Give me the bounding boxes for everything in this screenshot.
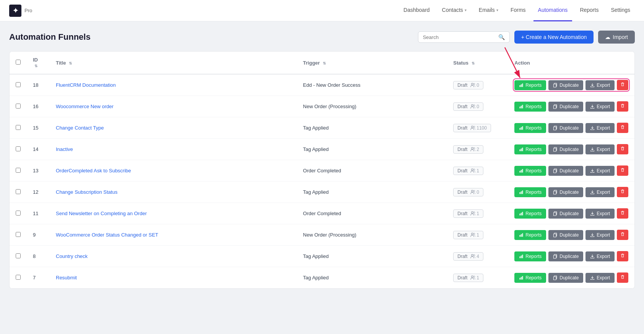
reports-button[interactable]: Reports: [514, 273, 546, 283]
row-checkbox[interactable]: [16, 232, 21, 237]
row-checkbox-cell[interactable]: [10, 96, 27, 117]
status-badge: Draft 0: [453, 102, 483, 111]
export-button[interactable]: Export: [585, 123, 615, 133]
select-all-checkbox[interactable]: [16, 60, 21, 65]
duplicate-button[interactable]: Duplicate: [548, 187, 583, 197]
duplicate-button[interactable]: Duplicate: [548, 144, 583, 154]
nav-item-emails[interactable]: Emails ▾: [474, 0, 503, 21]
export-button[interactable]: Export: [585, 251, 615, 261]
action-buttons-group: Reports Duplicate Export: [514, 208, 628, 219]
nav-item-automations[interactable]: Automations: [533, 0, 572, 21]
delete-button[interactable]: [617, 208, 628, 219]
row-checkbox[interactable]: [16, 253, 21, 258]
reports-button[interactable]: Reports: [514, 230, 546, 240]
select-all-header[interactable]: [10, 52, 27, 74]
nav-item-settings[interactable]: Settings: [606, 0, 635, 21]
reports-icon: [519, 233, 524, 237]
delete-button[interactable]: [617, 80, 628, 90]
automation-link[interactable]: Country check: [56, 253, 88, 259]
nav-item-dashboard[interactable]: Dashboard: [399, 0, 434, 21]
reports-button[interactable]: Reports: [514, 80, 546, 90]
status-column-header[interactable]: Status ⇅: [447, 52, 508, 74]
delete-button[interactable]: [617, 272, 628, 283]
automation-link[interactable]: Send Newsletter on Completing an Order: [56, 211, 147, 216]
automation-link[interactable]: Resubmit: [56, 275, 77, 280]
duplicate-button[interactable]: Duplicate: [548, 209, 583, 219]
reports-button[interactable]: Reports: [514, 209, 546, 219]
row-status: Draft 0: [447, 96, 508, 117]
reports-button[interactable]: Reports: [514, 251, 546, 261]
delete-button[interactable]: [617, 230, 628, 240]
duplicate-icon: [553, 169, 558, 173]
export-button[interactable]: Export: [585, 102, 615, 112]
export-button[interactable]: Export: [585, 144, 615, 154]
row-checkbox-cell[interactable]: [10, 182, 27, 203]
row-checkbox[interactable]: [16, 275, 21, 280]
row-checkbox[interactable]: [16, 104, 21, 109]
reports-button[interactable]: Reports: [514, 144, 546, 154]
row-checkbox[interactable]: [16, 82, 21, 87]
trigger-column-header[interactable]: Trigger ⇅: [297, 52, 447, 74]
row-checkbox[interactable]: [16, 189, 21, 194]
export-button[interactable]: Export: [585, 230, 615, 240]
export-button[interactable]: Export: [585, 187, 615, 197]
row-status: Draft 1: [447, 224, 508, 246]
row-checkbox[interactable]: [16, 168, 21, 173]
delete-button[interactable]: [617, 123, 628, 133]
row-checkbox-cell[interactable]: [10, 203, 27, 224]
reports-button[interactable]: Reports: [514, 187, 546, 197]
status-badge: Draft 0: [453, 81, 483, 89]
row-checkbox-cell[interactable]: [10, 267, 27, 289]
export-button[interactable]: Export: [585, 80, 615, 90]
row-checkbox[interactable]: [16, 125, 21, 130]
automation-link[interactable]: FluentCRM Documentation: [56, 82, 116, 88]
id-column-header[interactable]: ID ⇅: [27, 52, 50, 74]
nav-item-contacts[interactable]: Contacts ▾: [437, 0, 471, 21]
export-button[interactable]: Export: [585, 273, 615, 283]
svg-point-52: [473, 233, 475, 235]
search-box[interactable]: 🔍: [418, 31, 510, 43]
row-checkbox[interactable]: [16, 146, 21, 151]
row-checkbox-cell[interactable]: [10, 139, 27, 160]
delete-button[interactable]: [617, 165, 628, 176]
row-title: Change Subscription Status: [50, 182, 297, 203]
automation-link[interactable]: Change Subscription Status: [56, 189, 117, 195]
create-automation-button[interactable]: + Create a New Automation: [514, 31, 594, 44]
automation-link[interactable]: WooCommerce Order Status Changed or SET: [56, 232, 158, 238]
nav-item-reports[interactable]: Reports: [575, 0, 603, 21]
nav-item-forms[interactable]: Forms: [506, 0, 530, 21]
export-button[interactable]: Export: [585, 166, 615, 176]
automation-link[interactable]: OrderCompleted Ask to Subscribe: [56, 168, 131, 173]
search-input[interactable]: [423, 34, 495, 40]
duplicate-button[interactable]: Duplicate: [548, 230, 583, 240]
export-icon: [590, 254, 595, 259]
reports-button[interactable]: Reports: [514, 102, 546, 112]
duplicate-button[interactable]: Duplicate: [548, 251, 583, 261]
duplicate-button[interactable]: Duplicate: [548, 102, 583, 112]
import-button[interactable]: ☁ Import: [598, 31, 635, 44]
title-column-header[interactable]: Title ⇅: [50, 52, 297, 74]
reports-icon: [519, 276, 524, 280]
delete-button[interactable]: [617, 144, 628, 154]
automation-link[interactable]: Inactive: [56, 146, 73, 152]
row-title: Resubmit: [50, 267, 297, 289]
delete-button[interactable]: [617, 187, 628, 197]
duplicate-button[interactable]: Duplicate: [548, 166, 583, 176]
row-checkbox[interactable]: [16, 211, 21, 216]
automation-link[interactable]: Change Contact Type: [56, 125, 104, 131]
duplicate-button[interactable]: Duplicate: [548, 273, 583, 283]
row-checkbox-cell[interactable]: [10, 117, 27, 139]
reports-button[interactable]: Reports: [514, 123, 546, 133]
row-checkbox-cell[interactable]: [10, 224, 27, 246]
duplicate-button[interactable]: Duplicate: [548, 123, 583, 133]
duplicate-button[interactable]: Duplicate: [548, 80, 583, 90]
export-button[interactable]: Export: [585, 209, 615, 219]
row-checkbox-cell[interactable]: [10, 160, 27, 182]
automation-link[interactable]: Woocommerce New order: [56, 104, 114, 109]
delete-button[interactable]: [617, 101, 628, 112]
row-checkbox-cell[interactable]: [10, 246, 27, 267]
delete-button[interactable]: [617, 251, 628, 261]
import-label: Import: [613, 34, 628, 40]
row-checkbox-cell[interactable]: [10, 74, 27, 96]
reports-button[interactable]: Reports: [514, 166, 546, 176]
